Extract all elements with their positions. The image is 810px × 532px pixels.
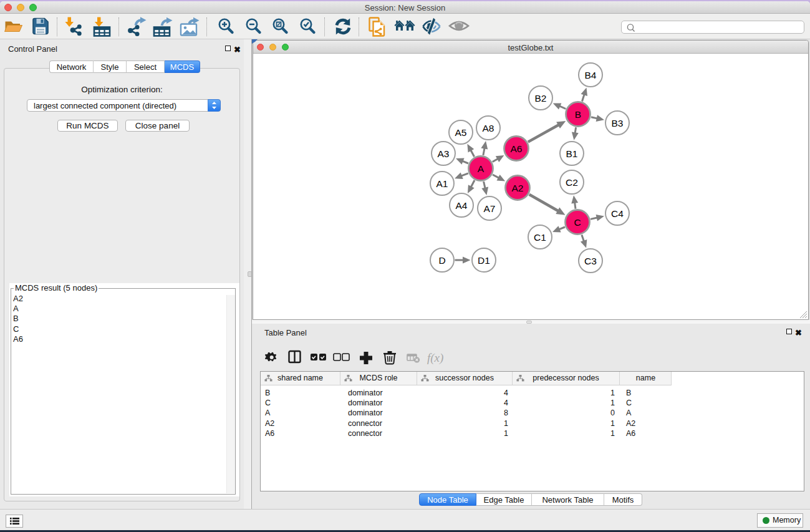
svg-text:A7: A7 (484, 203, 496, 214)
svg-text:A8: A8 (483, 123, 494, 133)
svg-text:C3: C3 (584, 256, 597, 266)
svg-text:A2: A2 (512, 183, 524, 193)
svg-text:A: A (478, 163, 485, 174)
svg-text:C4: C4 (611, 208, 624, 219)
svg-text:A6: A6 (511, 143, 523, 154)
svg-text:D: D (438, 255, 445, 266)
svg-text:A3: A3 (438, 148, 450, 159)
svg-text:B3: B3 (612, 118, 624, 128)
svg-text:C: C (574, 217, 581, 228)
svg-text:A1: A1 (436, 178, 448, 189)
svg-text:A4: A4 (456, 200, 468, 211)
svg-text:C1: C1 (534, 232, 546, 243)
svg-text:A5: A5 (455, 127, 467, 138)
svg-text:B: B (575, 109, 581, 120)
svg-text:B1: B1 (566, 148, 578, 159)
svg-text:B4: B4 (585, 70, 597, 80)
svg-text:D1: D1 (478, 255, 490, 266)
svg-text:C2: C2 (566, 177, 578, 188)
svg-text:f(x): f(x) (427, 351, 443, 365)
svg-text:B2: B2 (535, 93, 547, 104)
